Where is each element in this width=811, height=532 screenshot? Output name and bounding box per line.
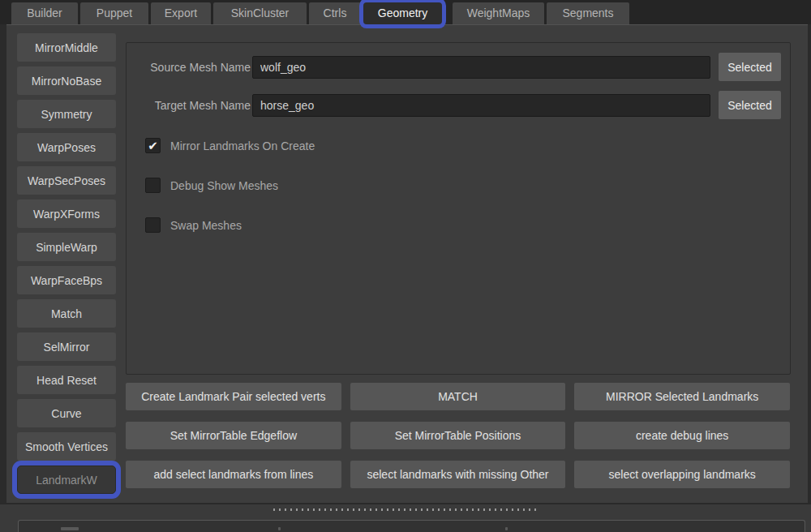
tab-puppet[interactable]: Puppet <box>80 2 148 24</box>
target-selected-button[interactable]: Selected <box>719 91 781 119</box>
sidebar-item-headreset[interactable]: Head Reset <box>17 366 116 394</box>
tab-ctrls[interactable]: Ctrls <box>309 2 361 24</box>
set-mirrortable-edgeflow-button[interactable]: Set MirrorTable Edgeflow <box>126 422 341 449</box>
sidebar-item-selmirror[interactable]: SelMirror <box>17 332 116 361</box>
checkmark-icon: ✔ <box>148 138 158 153</box>
sidebar-item-warpxforms[interactable]: WarpXForms <box>17 200 116 228</box>
create-landmark-pair-button[interactable]: Create Landmark Pair selected verts <box>126 383 341 410</box>
set-mirrortable-positions-button[interactable]: Set MirrorTable Positions <box>350 422 566 449</box>
sidebar-item-mirrornobase[interactable]: MirrorNoBase <box>17 66 116 95</box>
debug-show-meshes-checkbox-row: Debug Show Meshes <box>145 178 278 193</box>
target-mesh-input[interactable] <box>252 94 710 117</box>
mirror-landmarks-checkbox[interactable]: ✔ <box>145 138 161 153</box>
match-button[interactable]: MATCH <box>350 383 566 410</box>
select-overlapping-button[interactable]: select overlapping landmarks <box>574 461 790 488</box>
sidebar-item-warpfacebps[interactable]: WarpFaceBps <box>17 266 116 294</box>
target-mesh-label: Target Mesh Name <box>131 94 251 117</box>
debug-show-meshes-label: Debug Show Meshes <box>170 179 278 192</box>
sidebar-item-curve[interactable]: Curve <box>17 399 116 427</box>
window-edge-left <box>0 24 6 503</box>
sidebar-item-simplewarp[interactable]: SimpleWarp <box>17 233 116 261</box>
clipped-content-hint <box>278 527 281 530</box>
splitter-handle[interactable] <box>273 508 538 511</box>
tab-weightmaps[interactable]: WeightMaps <box>453 2 544 24</box>
swap-meshes-checkbox[interactable] <box>145 217 161 233</box>
sidebar: MirrorMiddle MirrorNoBase Symmetry WarpP… <box>17 33 116 499</box>
sidebar-item-warpsecposes[interactable]: WarpSecPoses <box>17 166 116 195</box>
sidebar-item-landmarkw[interactable]: LandmarkW <box>17 466 116 494</box>
add-select-landmarks-button[interactable]: add select landmarks from lines <box>126 461 341 488</box>
bottom-panel-clipped <box>18 520 805 532</box>
clipped-content-hint <box>61 527 79 530</box>
sidebar-item-symmetry[interactable]: Symmetry <box>17 100 116 128</box>
debug-show-meshes-checkbox[interactable] <box>145 178 161 193</box>
mirror-landmarks-checkbox-row: ✔ Mirror Landmarks On Create <box>145 138 315 153</box>
create-debug-lines-button[interactable]: create debug lines <box>574 422 790 449</box>
sidebar-item-smoothvertices[interactable]: Smooth Vertices <box>17 432 116 461</box>
tab-geometry[interactable]: Geometry <box>363 2 442 24</box>
swap-meshes-label: Swap Meshes <box>170 219 242 232</box>
sidebar-item-match[interactable]: Match <box>17 299 116 328</box>
tab-skincluster[interactable]: SkinCluster <box>213 2 307 24</box>
sidebar-item-warpposes[interactable]: WarpPoses <box>17 133 116 161</box>
tab-bar: Builder Puppet Export SkinCluster Ctrls … <box>0 0 811 24</box>
landmark-action-grid: Create Landmark Pair selected verts MATC… <box>126 383 790 488</box>
sidebar-item-mirrormiddle[interactable]: MirrorMiddle <box>17 33 116 62</box>
swap-meshes-checkbox-row: Swap Meshes <box>145 217 242 233</box>
tab-segments[interactable]: Segments <box>547 2 629 24</box>
landmark-settings-panel: Source Mesh Name Selected Target Mesh Na… <box>126 42 791 375</box>
source-mesh-input[interactable] <box>252 56 710 79</box>
select-missing-other-button[interactable]: select landmarks with missing Other <box>350 461 566 488</box>
window-edge-right <box>808 24 811 503</box>
mirror-landmarks-label: Mirror Landmarks On Create <box>170 139 315 152</box>
pane-bottom-divider <box>0 503 811 504</box>
clipped-content-hint <box>505 527 508 530</box>
tab-builder[interactable]: Builder <box>11 2 78 24</box>
tab-export[interactable]: Export <box>151 2 211 24</box>
mirror-selected-landmarks-button[interactable]: MIRROR Selected Landmarks <box>574 383 790 410</box>
source-mesh-label: Source Mesh Name <box>131 56 251 79</box>
source-selected-button[interactable]: Selected <box>719 53 781 81</box>
